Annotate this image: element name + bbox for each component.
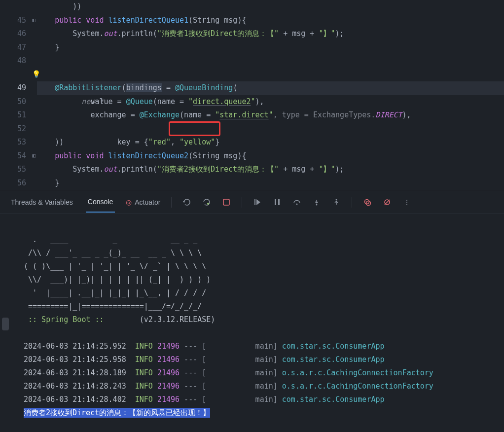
gutter-line: 49 xyxy=(0,81,37,95)
svg-rect-1 xyxy=(223,199,229,205)
gutter-line: 56 xyxy=(0,177,37,190)
toolbar-separator xyxy=(242,197,242,208)
annotation-highlight-box xyxy=(169,121,220,136)
step-into-icon[interactable] xyxy=(312,198,321,207)
gutter-line: 48 xyxy=(0,54,37,68)
code-line[interactable]: value = @Queue(name = "direct.queue2"), xyxy=(37,95,504,109)
gutter-line xyxy=(0,68,37,82)
gutter-line xyxy=(0,0,37,14)
code-editor[interactable]: 45◧ 46 47 48 49 50 51 52 53 54◧ 55 56 ))… xyxy=(0,0,504,190)
svg-point-0 xyxy=(207,203,209,205)
gutter-line: 45◧ xyxy=(0,14,37,28)
code-line[interactable]: key = {"red", "yellow"} xyxy=(37,122,504,136)
gutter-line: 50 xyxy=(0,95,37,109)
spring-banner: . ____ _ __ _ _ /\\ / ___'_ __ _ _(_)_ _… xyxy=(24,233,495,340)
code-line[interactable]: } xyxy=(37,41,504,55)
log-line: 2024-06-03 21:14:25.958 INFO 21496 --- [… xyxy=(24,353,495,366)
mute-breakpoints-icon[interactable] xyxy=(383,198,392,207)
gutter-line: 53 xyxy=(0,136,37,149)
gutter-line: 51 xyxy=(0,108,37,122)
code-column[interactable]: )) public void listenDirectQueue1(String… xyxy=(37,0,504,190)
impl-icon[interactable]: ◧ xyxy=(32,149,36,163)
stop-icon[interactable] xyxy=(222,198,231,207)
svg-rect-3 xyxy=(275,199,276,205)
gutter-line: 54◧ xyxy=(0,149,37,163)
log-line: 2024-06-03 21:14:28.402 INFO 21496 --- [… xyxy=(24,393,495,406)
editor-gutter: 45◧ 46 47 48 49 50 51 52 53 54◧ 55 56 xyxy=(0,0,37,190)
tab-threads[interactable]: Threads & Variables xyxy=(9,192,75,212)
scroll-handle[interactable] xyxy=(2,318,9,330)
code-line[interactable]: } xyxy=(37,177,504,190)
log-line: 2024-06-03 21:14:28.189 INFO 21496 --- [… xyxy=(24,366,495,380)
step-out-icon[interactable] xyxy=(332,198,341,207)
panel-toolbar: Threads & Variables Console ◎ Actuator ⋮ xyxy=(0,190,504,214)
tab-actuator[interactable]: ◎ Actuator xyxy=(126,198,160,206)
svg-rect-4 xyxy=(278,199,280,205)
svg-point-7 xyxy=(336,199,337,200)
toolbar-separator xyxy=(352,197,352,208)
gutter-line: 47 xyxy=(0,41,37,55)
more-icon[interactable]: ⋮ xyxy=(402,198,411,207)
code-line[interactable]: public void listenDirectQueue2(String ms… xyxy=(37,149,504,163)
selection: bindings xyxy=(126,83,162,92)
code-line[interactable]: @RabbitListener(bindings = @QueueBinding… xyxy=(37,81,504,95)
svg-point-5 xyxy=(296,203,298,205)
console-output[interactable]: . ____ _ __ _ _ /\\ / ___'_ __ _ _(_)_ _… xyxy=(0,214,504,432)
gutter-line: 55 xyxy=(0,163,37,177)
actuator-icon: ◎ xyxy=(126,198,132,206)
code-line[interactable]: public void listenDirectQueue1(String ms… xyxy=(37,14,504,28)
step-over-icon[interactable] xyxy=(292,198,301,207)
code-line[interactable]: System.out.println("消费者2接收到Direct的消息：【" … xyxy=(37,163,504,177)
gutter-line: 52 xyxy=(0,122,37,136)
resume-icon[interactable] xyxy=(253,198,262,207)
debug-panel: Threads & Variables Console ◎ Actuator ⋮… xyxy=(0,190,504,432)
log-line: 2024-06-03 21:14:25.952 INFO 21496 --- [… xyxy=(24,340,495,353)
code-line[interactable] xyxy=(37,54,504,68)
log-line: 2024-06-03 21:14:28.243 INFO 21496 --- [… xyxy=(24,380,495,393)
code-line[interactable]: )) xyxy=(37,0,504,14)
code-line[interactable]: exchange = @Exchange(name = "star.direct… xyxy=(37,108,504,122)
code-line[interactable]: System.out.println("消费者1接收到Direct的消息：【" … xyxy=(37,27,504,41)
lightbulb-icon[interactable]: 💡 xyxy=(32,68,40,82)
rerun-debug-icon[interactable] xyxy=(202,198,211,207)
svg-point-6 xyxy=(316,204,318,205)
rerun-icon[interactable] xyxy=(182,198,191,207)
log-line-highlighted: 消费者2接收到Direct的消息：【新的风暴已经出现！】 xyxy=(24,406,495,420)
code-hint-line: 💡 new * xyxy=(37,68,504,82)
view-breakpoints-icon[interactable] xyxy=(363,198,372,207)
impl-icon[interactable]: ◧ xyxy=(32,14,36,28)
tab-console[interactable]: Console xyxy=(86,192,115,213)
pause-icon[interactable] xyxy=(273,198,282,207)
toolbar-separator xyxy=(171,197,172,208)
gutter-line: 46 xyxy=(0,27,37,41)
code-line[interactable]: )) xyxy=(37,136,504,149)
svg-rect-2 xyxy=(254,199,255,205)
